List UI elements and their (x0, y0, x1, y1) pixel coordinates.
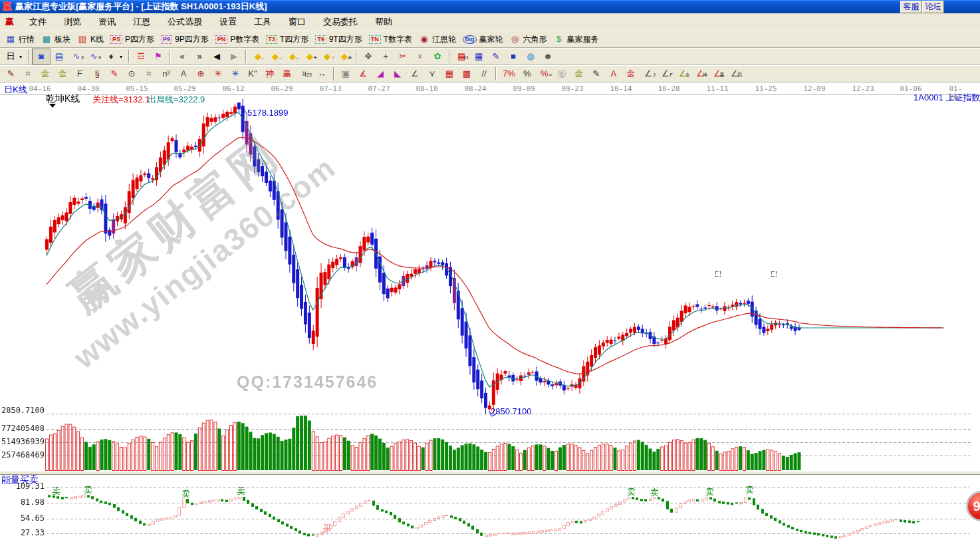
toolbar-button-ying-grid[interactable]: 赢 (279, 67, 296, 81)
forum-button[interactable]: 论坛 (922, 1, 944, 13)
toolbar-button-9t-square[interactable]: T99T四方形 (312, 32, 366, 47)
toolbar-button-shen-grid[interactable]: 神 (261, 67, 279, 81)
toolbar-button-quote-page[interactable]: ▤ (51, 49, 68, 64)
menu-item-资讯[interactable]: 资讯 (90, 16, 124, 28)
toolbar-button-n-square[interactable]: n² (158, 67, 175, 81)
toolbar-button-trend-9[interactable]: ∿9 (85, 49, 102, 64)
toolbar-button-circle-cross[interactable]: ⊕ (192, 67, 209, 81)
toolbar-button-gold-red[interactable]: 金 (622, 67, 640, 81)
toolbar-button-tool-purple[interactable]: ♆ (412, 49, 429, 64)
toolbar-button-winner-service[interactable]: $赢家服务 (551, 32, 602, 47)
toolbar-button-slashes[interactable]: // (475, 67, 493, 81)
toolbar-button-h-span[interactable]: ↔ (313, 67, 330, 81)
toolbar-button-window-view[interactable]: ◙ (32, 49, 51, 65)
toolbar-button-gold-lines[interactable]: 金 (570, 67, 588, 81)
toolbar-button-zoom-left[interactable]: ◆← (249, 49, 267, 64)
toolbar-button-angle-j[interactable]: ∠J (640, 67, 657, 81)
toolbar-button-angle-shen[interactable]: ∠神 (691, 67, 709, 81)
toolbar-button-f-grid[interactable]: F (71, 67, 88, 81)
toolbar-button-t-digit[interactable]: TNT数字表 (366, 32, 416, 47)
toolbar-button-fan-box-1[interactable]: ◢ (372, 67, 389, 81)
menu-item-江恩[interactable]: 江恩 (124, 16, 159, 28)
indicator-canvas[interactable] (0, 474, 980, 546)
toolbar-button-grid-box-red[interactable]: ▩ (458, 67, 475, 81)
toolbar-button-zoom-fit[interactable]: ◆⊕ (336, 49, 353, 64)
toolbar-button-clock-circle[interactable]: ⊙ (123, 67, 140, 81)
toolbar-button-9p-square[interactable]: P99P四方形 (158, 32, 212, 47)
menu-item-交易委托[interactable]: 交易委托 (314, 16, 366, 28)
toolbar-button-quotes[interactable]: ▦行情 (2, 32, 38, 47)
toolbar-button-calculator[interactable]: ▦ (470, 49, 487, 64)
toolbar-button-trend-3[interactable]: ∿3 (68, 49, 85, 64)
toolbar-button-pct-7[interactable]: 7% (499, 67, 519, 81)
toolbar-button-k-mark[interactable]: K″ (244, 67, 261, 81)
mode-dropdown-icon[interactable] (49, 104, 56, 108)
toolbar-button-zoom-h[interactable]: ◆↔ (284, 49, 301, 64)
toolbar-button-web-update[interactable]: ◍ (522, 49, 539, 64)
toolbar-button-ink-pen[interactable]: ✎ (588, 67, 605, 81)
toolbar-button-last-page[interactable]: » (191, 49, 208, 64)
menu-item-文件[interactable]: 文件 (21, 16, 55, 28)
toolbar-button-t-square[interactable]: T3T四方形 (263, 32, 312, 47)
toolbar-button-angle-ying[interactable]: ∠赢 (709, 67, 726, 81)
toolbar-button-web-red[interactable]: ✳ (209, 67, 227, 81)
menu-item-帮助[interactable]: 帮助 (366, 16, 401, 28)
toolbar-button-pct-lines[interactable]: %≡ (536, 67, 553, 81)
toolbar-button-red-pen[interactable]: ✎ (106, 67, 123, 81)
toolbar-button-fan-red[interactable]: ∡ (354, 67, 372, 81)
toolbar-button-next-bar[interactable]: ▶ (225, 49, 243, 64)
toolbar-button-tool-green[interactable]: ✿ (429, 49, 446, 64)
toolbar-button-gold-grid-a[interactable]: 金 (37, 67, 54, 81)
toolbar-button-p-square[interactable]: PSP四方形 (107, 32, 158, 47)
toolbar-button-hexagon[interactable]: ◎六角形 (507, 32, 551, 47)
toolbar-button-period-day[interactable]: 日▾ (2, 49, 25, 64)
toolbar-button-hand-tool[interactable]: ✥ (360, 49, 377, 64)
toolbar-button-prev-bar[interactable]: ◀ (208, 49, 225, 64)
menu-item-浏览[interactable]: 浏览 (55, 16, 90, 28)
toolbar-button-a-red[interactable]: A (605, 67, 622, 81)
toolbar-button-crosshair-tool[interactable]: + (377, 49, 394, 64)
toolbar-button-a-mirror[interactable]: A (175, 67, 192, 81)
toolbar-button-calendar[interactable]: ▦21 (453, 49, 470, 64)
toolbar-button-web-blue[interactable]: ✳ (227, 67, 244, 81)
toolbar-button-pattern-scan[interactable]: ☲ (132, 49, 150, 64)
toolbar-button-gold-circle[interactable]: ㊎ (553, 67, 570, 81)
support-button[interactable]: 客服 (900, 1, 922, 13)
toolbar-button-spiral[interactable]: § (88, 67, 106, 81)
toolbar-button-box-tool[interactable]: ▣ (337, 67, 354, 81)
toolbar-button-grid-red[interactable]: ▦ (441, 67, 458, 81)
toolbar-button-angle-si[interactable]: ∠四 (726, 67, 743, 81)
toolbar-button-angle-f[interactable]: ∠F (657, 67, 674, 81)
toolbar-button-gold-grid-b[interactable]: 金 (54, 67, 71, 81)
toolbar-button-p-digit[interactable]: PNP数字表 (212, 32, 263, 47)
menu-item-窗口[interactable]: 窗口 (280, 16, 314, 28)
toolbar-button-cut-tool[interactable]: ✂ (394, 49, 412, 64)
toolbar-button-notes[interactable]: ✎ (487, 49, 505, 64)
toolbar-button-first-page[interactable]: « (174, 49, 191, 64)
kline-chart-canvas[interactable] (0, 94, 980, 471)
toolbar-button-filter-flag[interactable]: ⚑ (150, 49, 167, 64)
toolbar-button-angle-line[interactable]: ∠ (406, 67, 424, 81)
toolbar-button-zoom-right[interactable]: ◆→ (267, 49, 284, 64)
indicator-name-label[interactable]: 能量买卖 (1, 474, 39, 486)
toolbar-button-kline[interactable]: ▥K线 (74, 32, 107, 47)
toolbar-button-sectors[interactable]: ▩板块 (38, 32, 74, 47)
toolbar-button-pct[interactable]: % (519, 67, 536, 81)
toolbar-button-ruler-123[interactable]: ⌗123 (296, 67, 313, 81)
toolbar-button-v-line[interactable]: ⋎ (424, 67, 441, 81)
menu-item-公式选股[interactable]: 公式选股 (159, 16, 211, 28)
toolbar-button-pen-knife[interactable]: ✎ (2, 67, 19, 81)
toolbar-button-user-session[interactable]: ☻ (539, 49, 556, 64)
toolbar-button-candle-style[interactable]: ♦▾ (102, 49, 126, 64)
toolbar-button-zoom-all[interactable]: ◆✳ (301, 49, 318, 64)
toolbar-button-winner-wheel[interactable]: Big赢家轮 (459, 32, 507, 47)
toolbar-button-fan-box-2[interactable]: ◣ (389, 67, 406, 81)
toolbar-button-gann-wheel[interactable]: ◉江恩轮 (416, 32, 459, 47)
toolbar-button-hash-2[interactable]: ⌗ (140, 67, 158, 81)
toolbar-button-zoom-v[interactable]: ◆↕ (318, 49, 336, 64)
menu-item-工具[interactable]: 工具 (245, 16, 280, 28)
toolbar-button-save[interactable]: ■ (505, 49, 522, 64)
toolbar-button-angle-gold[interactable]: ∠金 (674, 67, 691, 81)
toolbar-button-grid-hash[interactable]: ⌗ (19, 67, 37, 81)
menu-item-设置[interactable]: 设置 (211, 16, 245, 28)
